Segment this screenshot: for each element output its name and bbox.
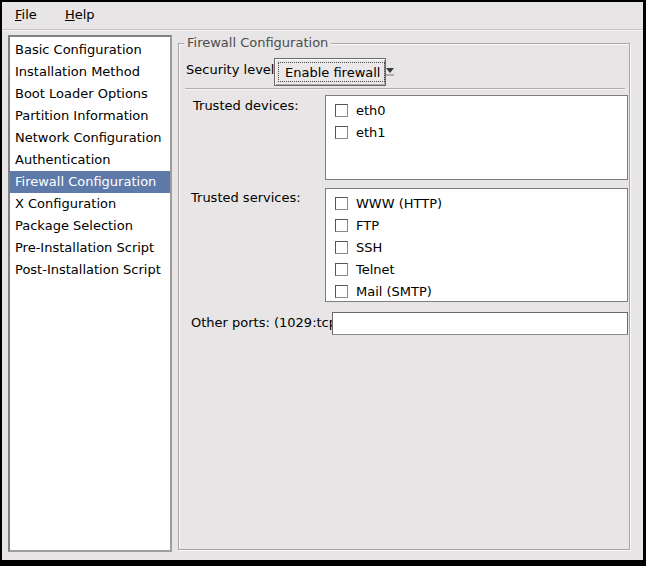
sidebar-item-firewall-configuration[interactable]: Firewall Configuration — [10, 171, 170, 193]
sidebar-item-authentication[interactable]: Authentication — [10, 149, 170, 171]
window-content: File Help Basic Configuration Installati… — [2, 2, 643, 560]
checkbox-label: eth1 — [356, 125, 386, 140]
service-row-ftp[interactable]: FTP — [326, 214, 627, 236]
sidebar-section-list: Basic Configuration Installation Method … — [8, 35, 172, 552]
checkbox-label: eth0 — [356, 103, 386, 118]
sidebar-item-installation-method[interactable]: Installation Method — [10, 61, 170, 83]
checkbox-label: Telnet — [356, 262, 395, 277]
checkbox-label: FTP — [356, 218, 379, 233]
firewall-configuration-frame: Firewall Configuration Security level: E… — [178, 43, 630, 550]
frame-title: Firewall Configuration — [184, 35, 331, 51]
security-level-dropdown[interactable]: Enable firewall — [274, 58, 386, 86]
device-row-eth0[interactable]: eth0 — [326, 99, 627, 121]
menu-bar: File Help — [2, 2, 643, 29]
dropdown-arrow-icon — [386, 59, 394, 85]
device-row-eth1[interactable]: eth1 — [326, 121, 627, 143]
checkbox-label: Mail (SMTP) — [356, 284, 432, 299]
sidebar-item-package-selection[interactable]: Package Selection — [10, 215, 170, 237]
checkbox-label: SSH — [356, 240, 382, 255]
menubar-separator — [2, 29, 643, 31]
checkbox-eth0[interactable] — [335, 104, 348, 117]
sidebar-item-boot-loader-options[interactable]: Boot Loader Options — [10, 83, 170, 105]
checkbox-eth1[interactable] — [335, 126, 348, 139]
trusted-services-label: Trusted services: — [191, 187, 301, 209]
service-row-www-http[interactable]: WWW (HTTP) — [326, 192, 627, 214]
other-ports-input[interactable] — [332, 312, 628, 335]
sidebar-item-post-installation-script[interactable]: Post-Installation Script — [10, 259, 170, 281]
service-row-mail-smtp[interactable]: Mail (SMTP) — [326, 280, 627, 302]
checkbox-mail-smtp[interactable] — [335, 285, 348, 298]
trusted-devices-list: eth0 eth1 — [325, 95, 628, 180]
sidebar-item-x-configuration[interactable]: X Configuration — [10, 193, 170, 215]
service-row-telnet[interactable]: Telnet — [326, 258, 627, 280]
checkbox-telnet[interactable] — [335, 263, 348, 276]
horizontal-separator — [185, 88, 625, 90]
checkbox-ssh[interactable] — [335, 241, 348, 254]
sidebar-item-basic-configuration[interactable]: Basic Configuration — [10, 39, 170, 61]
other-ports-label: Other ports: (1029:tcp) — [191, 312, 342, 334]
service-row-ssh[interactable]: SSH — [326, 236, 627, 258]
trusted-services-list: WWW (HTTP) FTP SSH Telnet Mail (SMTP) — [325, 188, 628, 302]
trusted-devices-label: Trusted devices: — [193, 95, 299, 117]
sidebar-item-partition-information[interactable]: Partition Information — [10, 105, 170, 127]
menu-help[interactable]: Help — [62, 2, 98, 28]
security-level-label: Security level: — [186, 59, 279, 81]
menu-file[interactable]: File — [12, 2, 40, 28]
security-level-value: Enable firewall — [278, 62, 385, 82]
checkbox-ftp[interactable] — [335, 219, 348, 232]
checkbox-label: WWW (HTTP) — [356, 196, 442, 211]
sidebar-item-pre-installation-script[interactable]: Pre-Installation Script — [10, 237, 170, 259]
checkbox-www-http[interactable] — [335, 197, 348, 210]
sidebar-item-network-configuration[interactable]: Network Configuration — [10, 127, 170, 149]
